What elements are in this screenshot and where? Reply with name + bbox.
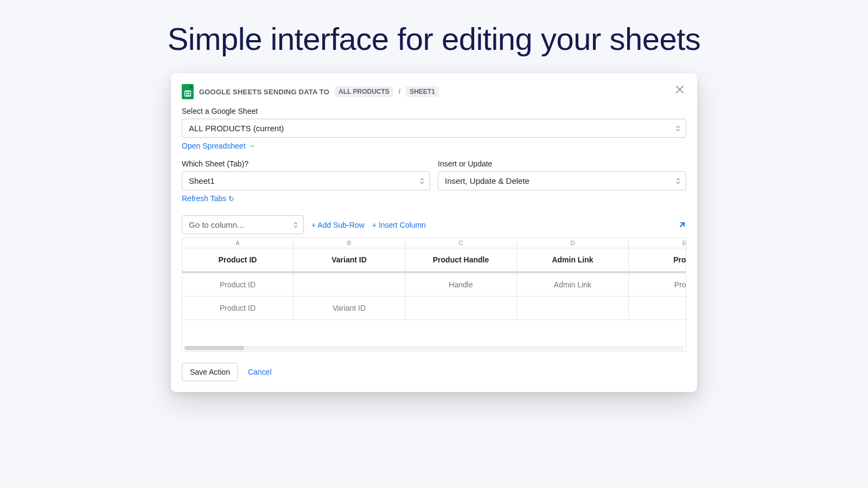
col-header[interactable]: Product ID — [182, 248, 293, 273]
which-tab-label: Which Sheet (Tab)? — [182, 159, 430, 168]
modal-card: GOOGLE SHEETS SENDING DATA TO ALL PRODUC… — [171, 73, 697, 392]
refresh-tabs-text: Refresh Tabs — [182, 194, 226, 203]
grid-cell[interactable]: Variant ID — [293, 297, 405, 320]
tab-pill: SHEET1 — [406, 86, 439, 97]
open-spreadsheet-link[interactable]: Open Spreadsheet → — [182, 142, 255, 150]
scrollbar-thumb[interactable] — [184, 346, 244, 350]
close-button[interactable] — [673, 83, 686, 96]
expand-icon — [678, 221, 686, 229]
grid-cell[interactable]: Product ID — [182, 273, 293, 297]
goto-column-dropdown[interactable]: Go to column... — [182, 215, 304, 234]
horizontal-scrollbar[interactable] — [184, 346, 684, 350]
chevron-updown-icon — [676, 178, 680, 184]
grid-cell[interactable] — [405, 297, 517, 320]
col-header[interactable]: Product Handle — [405, 248, 517, 273]
header-prefix: GOOGLE SHEETS SENDING DATA TO — [199, 88, 329, 96]
expand-button[interactable] — [678, 221, 686, 229]
modal-header: GOOGLE SHEETS SENDING DATA TO ALL PRODUC… — [182, 84, 686, 99]
col-letter: E — [629, 238, 686, 248]
chevron-updown-icon — [420, 178, 424, 184]
select-sheet-label: Select a Google Sheet — [182, 107, 686, 115]
col-letter: B — [293, 238, 405, 248]
insert-update-label: Insert or Update — [438, 159, 686, 168]
col-header[interactable]: Produ — [629, 248, 686, 273]
select-sheet-dropdown[interactable]: ALL PRODUCTS (current) — [182, 119, 686, 138]
insert-update-dropdown[interactable]: Insert, Update & Delete — [438, 171, 686, 190]
which-tab-dropdown[interactable]: Sheet1 — [182, 171, 430, 190]
chevron-updown-icon — [676, 125, 680, 131]
grid-cell[interactable] — [517, 297, 629, 320]
google-sheets-icon — [182, 84, 194, 99]
select-sheet-value: ALL PRODUCTS (current) — [189, 124, 284, 133]
save-action-button[interactable]: Save Action — [182, 363, 238, 381]
grid-cell[interactable]: Produ — [629, 273, 686, 297]
goto-column-placeholder: Go to column... — [189, 220, 244, 229]
col-letter: C — [405, 238, 517, 248]
cancel-link[interactable]: Cancel — [248, 368, 272, 376]
col-header[interactable]: Admin Link — [517, 248, 629, 273]
spreadsheet-pill: ALL PRODUCTS — [335, 86, 393, 97]
breadcrumb-separator: / — [399, 88, 400, 95]
add-subrow-link[interactable]: + Add Sub-Row — [311, 221, 365, 229]
refresh-icon: ↻ — [228, 195, 234, 203]
close-icon — [675, 85, 684, 94]
grid-cell[interactable] — [293, 273, 405, 297]
refresh-tabs-link[interactable]: Refresh Tabs↻ — [182, 194, 234, 203]
col-letter: A — [182, 238, 293, 248]
grid-cell[interactable]: Product ID — [182, 297, 293, 320]
chevron-updown-icon — [293, 222, 298, 228]
insert-update-value: Insert, Update & Delete — [445, 176, 529, 185]
grid-cell[interactable] — [629, 297, 686, 320]
col-letter: D — [517, 238, 629, 248]
grid-cell[interactable]: Admin Link — [517, 273, 629, 297]
insert-column-link[interactable]: + Insert Column — [372, 221, 426, 229]
which-tab-value: Sheet1 — [189, 176, 215, 185]
grid-cell[interactable]: Handle — [405, 273, 517, 297]
column-grid: A B C D E Product ID Variant ID Product … — [182, 237, 686, 352]
page-headline: Simple interface for editing your sheets — [0, 0, 868, 57]
col-header[interactable]: Variant ID — [293, 248, 405, 273]
